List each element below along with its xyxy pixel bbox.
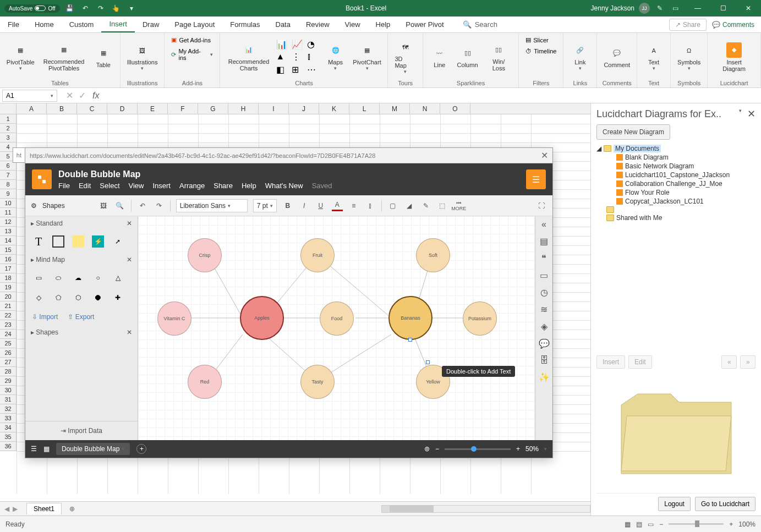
arrow-shape[interactable]: ➚ — [110, 234, 125, 249]
bubble-potassium[interactable]: Potassium — [463, 301, 497, 336]
zoom-in-icon[interactable]: + — [729, 520, 733, 528]
quote-icon[interactable]: ❝ — [541, 253, 546, 264]
quick-icon[interactable]: ▾ — [126, 3, 137, 14]
undo-icon[interactable]: ↶ — [137, 200, 148, 211]
text-shape[interactable]: T — [31, 234, 46, 249]
mm-shape[interactable]: △ — [110, 270, 125, 286]
close-button[interactable]: ✕ — [736, 0, 761, 17]
present-icon[interactable]: ▭ — [540, 270, 548, 281]
search-box[interactable]: 🔍Search — [463, 20, 497, 29]
next-button[interactable]: » — [740, 355, 755, 369]
3dmap-button[interactable]: 🗺3D Map▾ — [392, 39, 418, 75]
list-view-icon[interactable]: ☰ — [31, 445, 37, 453]
mm-shape[interactable]: ⬭ — [51, 270, 66, 286]
more-icon[interactable]: •••MORE — [453, 200, 464, 211]
mm-shape[interactable]: ☁ — [70, 270, 86, 286]
menu-insert[interactable]: Insert — [152, 182, 171, 190]
textcolor-icon[interactable]: A — [332, 200, 343, 211]
redo-icon[interactable]: ↷ — [154, 200, 165, 211]
bubble-soft[interactable]: Soft — [416, 238, 450, 272]
pagebreak-view-icon[interactable]: ▭ — [648, 520, 654, 528]
tree-doc[interactable]: Collaboration Challenge_JJ_Moe — [596, 179, 755, 188]
insert-button[interactable]: Insert — [596, 355, 625, 369]
bold-icon[interactable]: B — [282, 200, 293, 211]
chevron-down-icon[interactable]: ▾ — [739, 108, 742, 120]
comments-button[interactable]: 💬Comments — [712, 21, 754, 29]
zoom-value[interactable]: 50% — [525, 445, 539, 453]
sheet-next-icon[interactable]: ▶ — [13, 505, 18, 513]
formula-input[interactable] — [102, 90, 761, 102]
tree-folder[interactable] — [596, 206, 755, 213]
text-button[interactable]: AText▾ — [642, 42, 666, 72]
zoom-level[interactable]: 100% — [738, 520, 755, 528]
close-sec-icon[interactable]: ✕ — [127, 256, 132, 264]
mm-shape[interactable]: ⬠ — [51, 290, 66, 305]
page-tab[interactable]: Double Bubble Map▾ — [56, 443, 130, 455]
import-data-button[interactable]: ⇥ Import Data — [25, 421, 138, 440]
insert-diagram-button[interactable]: ◆Insert Diagram — [712, 41, 756, 73]
tab-page-layout[interactable]: Page Layout — [167, 17, 222, 32]
get-addins-button[interactable]: ▣Get Add-ins — [169, 35, 212, 45]
tree-doc[interactable]: Basic Network Diagram — [596, 162, 755, 171]
mic-icon[interactable]: ✎ — [654, 3, 665, 14]
hscroll[interactable] — [381, 505, 590, 513]
bubble-food[interactable]: Food — [320, 301, 354, 336]
save-icon[interactable]: 💾 — [64, 3, 75, 14]
bubble-red[interactable]: Red — [188, 365, 222, 399]
avatar[interactable]: JJ — [639, 3, 650, 14]
chart-combo-icon[interactable]: ⫿ — [307, 52, 320, 62]
tab-draw[interactable]: Draw — [135, 17, 167, 32]
tab-review[interactable]: Review — [298, 17, 337, 32]
spark-wl-button[interactable]: ▯▯Win/ Loss — [483, 42, 514, 73]
collapse-icon[interactable]: « — [541, 220, 546, 229]
pivottable-button[interactable]: ▦PivotTable▾ — [4, 42, 36, 72]
touch-icon[interactable]: 👆 — [111, 3, 122, 14]
tree-doc[interactable]: Blank Diagram — [596, 153, 755, 162]
fill-icon[interactable]: ◢ — [404, 200, 415, 211]
linecolor-icon[interactable]: ✎ — [420, 200, 431, 211]
fx-icon[interactable]: fx — [92, 91, 102, 101]
italic-icon[interactable]: I — [299, 200, 310, 211]
my-addins-button[interactable]: ⟳My Add-ins▾ — [169, 47, 215, 62]
tab-help[interactable]: Help — [368, 17, 398, 32]
lucid-canvas[interactable]: Crisp Fruit Soft Vitamin C Apples Food B… — [138, 216, 552, 440]
close-icon[interactable]: ✕ — [541, 150, 548, 161]
import-link[interactable]: ⇩ Import — [32, 313, 58, 321]
data-icon[interactable]: ◈ — [541, 321, 548, 332]
menu-share[interactable]: Share — [213, 182, 233, 190]
cancel-icon[interactable]: ✕ — [66, 90, 73, 101]
hamburger-icon[interactable]: ☰ — [526, 169, 546, 189]
zoom-fit-icon[interactable]: ⊚ — [424, 445, 430, 453]
enter-icon[interactable]: ✓ — [79, 90, 86, 101]
autosave-toggle[interactable]: AutoSave Off — [4, 4, 60, 13]
selection-handle[interactable] — [426, 360, 430, 364]
chart-line-icon[interactable]: 📈 — [292, 39, 305, 50]
maximize-button[interactable]: ☐ — [710, 0, 736, 17]
chart-hier-icon[interactable]: ◧ — [276, 64, 289, 75]
menu-help[interactable]: Help — [242, 182, 256, 190]
redo-icon[interactable]: ↷ — [95, 3, 106, 14]
search-icon[interactable]: 🔍 — [114, 200, 125, 211]
image-icon[interactable]: 🖼 — [98, 200, 109, 211]
tree-doc[interactable]: Flow Your Role — [596, 188, 755, 197]
close-pane-icon[interactable]: ✕ — [747, 108, 755, 120]
rec-charts-button[interactable]: 📊Recommended Charts — [225, 42, 272, 73]
mm-shape[interactable]: ○ — [90, 270, 106, 286]
fontsize-select[interactable]: 7 pt▾ — [253, 199, 277, 212]
comment-button[interactable]: 💬Comment — [601, 45, 632, 69]
bubble-apples[interactable]: Apples — [240, 296, 284, 340]
tab-power-pivot[interactable]: Power Pivot — [398, 17, 451, 32]
chart-bar-icon[interactable]: 📊 — [276, 39, 289, 50]
slicer-button[interactable]: ▤Slicer — [523, 35, 551, 45]
bubble-tasty[interactable]: Tasty — [300, 365, 335, 399]
pagelayout-view-icon[interactable]: ▤ — [636, 520, 642, 528]
illustrations-button[interactable]: 🖼Illustrations▾ — [125, 42, 160, 72]
create-diagram-button[interactable]: Create New Diagram — [596, 124, 670, 140]
valign-icon[interactable]: ⫿ — [365, 200, 376, 211]
zoom-out-icon[interactable]: − — [435, 445, 439, 453]
menu-arrange[interactable]: Arrange — [179, 182, 205, 190]
tab-formulas[interactable]: Formulas — [222, 17, 267, 32]
mm-shape[interactable]: ⬡ — [70, 290, 86, 305]
mm-shape[interactable]: ✚ — [110, 290, 125, 305]
history-icon[interactable]: ◷ — [540, 287, 548, 298]
